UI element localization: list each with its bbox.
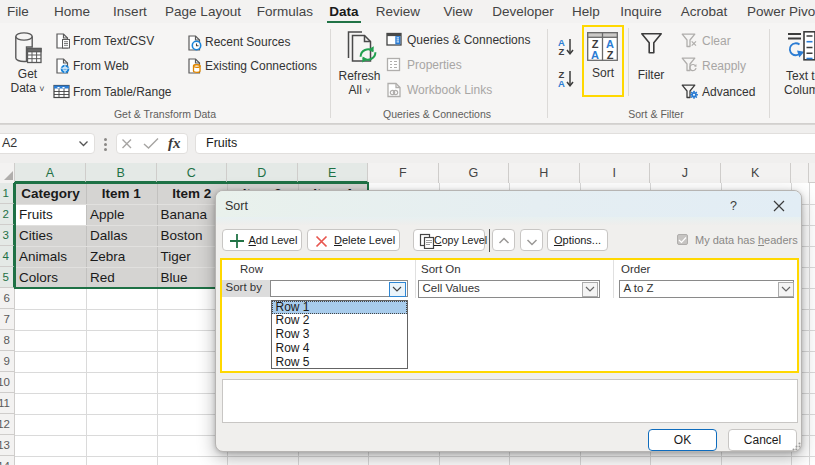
svg-text:A: A bbox=[558, 78, 565, 87]
svg-text:Z: Z bbox=[559, 46, 565, 55]
svg-text:Z: Z bbox=[607, 49, 614, 61]
svg-text:A: A bbox=[591, 49, 599, 61]
